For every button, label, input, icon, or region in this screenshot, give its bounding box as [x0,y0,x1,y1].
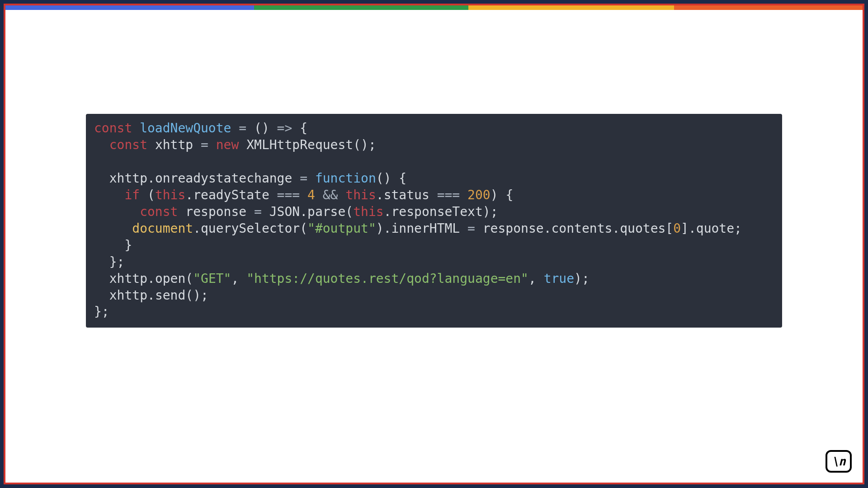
code-token: () [376,171,392,186]
code-token: if [124,188,140,202]
code-token: { [300,121,307,136]
code-token: 0 [673,221,681,236]
code-token: . [147,271,155,286]
code-token [94,204,140,219]
code-token: onreadystatechange [155,171,292,186]
code-token [94,271,109,286]
code-token [292,171,300,186]
code-token: . [300,204,307,219]
code-token [94,154,102,169]
code-token: status [384,188,429,202]
code-token [300,188,307,202]
newline-badge-icon: \n [826,450,852,473]
code-token [94,238,124,253]
code-token: . [384,221,392,236]
code-token: , [231,271,239,286]
accent-segment-blue [5,5,254,10]
code-token [429,188,437,202]
code-token: new [216,137,239,152]
code-token [178,204,185,219]
code-token: && [323,188,338,202]
code-token [94,171,109,186]
code-token: "#output" [307,221,376,236]
code-token: response [185,204,246,219]
code-token: . [612,221,620,236]
code-token: 200 [467,188,491,202]
code-token [460,221,467,236]
code-token [460,188,467,202]
code-token [315,188,323,202]
code-token: quote [696,221,734,236]
code-token: const [109,137,147,152]
code-token [94,137,109,152]
code-token: querySelector [201,221,300,236]
code-token [147,137,155,152]
code-token: }; [109,254,125,269]
code-token [391,171,399,186]
code-token: = [467,221,475,236]
code-token: = [300,171,307,186]
code-token [239,271,246,286]
code-token: . [544,221,552,236]
code-token [94,188,124,202]
code-token: ) [491,188,498,202]
code-token [208,137,216,152]
code-token: ); [574,271,590,286]
accent-segment-green [254,5,468,10]
code-token [94,221,132,236]
code-token: xhttp [109,271,147,286]
content-area: const loadNewQuote = () => { const xhttp… [5,10,863,483]
code-token: { [505,188,513,202]
code-token [94,254,109,269]
code-token: [ [665,221,673,236]
code-token [269,188,277,202]
accent-segment-yellow [468,5,674,10]
code-token: ) [262,121,269,136]
code-token: . [689,221,696,236]
code-token: === [437,188,460,202]
code-token: loadNewQuote [140,121,231,136]
code-token: this [155,188,185,202]
code-token: . [147,288,155,303]
code-token [239,137,246,152]
code-token: this [353,204,383,219]
code-token: = [254,204,262,219]
code-token: document [132,221,193,236]
code-token: parse [307,204,345,219]
code-token: } [124,238,132,253]
code-token: this [345,188,376,202]
code-token [193,137,201,152]
code-token: response [483,221,544,236]
code-token [498,188,506,202]
code-token: . [185,188,193,202]
code-token [269,121,277,136]
code-token: { [399,171,406,186]
code-token [246,121,254,136]
code-token: "GET" [193,271,231,286]
code-token: quotes [620,221,665,236]
code-token: , [528,271,536,286]
code-token [140,188,147,202]
top-accent-bar [5,5,863,10]
code-token: function [315,171,376,186]
code-token: = [201,137,208,152]
code-token: XMLHttpRequest [246,137,353,152]
code-token [94,288,109,303]
code-token: xhttp [109,171,147,186]
code-token [338,188,345,202]
code-token: responseText [392,204,483,219]
code-token: xhttp [155,137,193,152]
code-token: => [277,121,292,136]
code-token: send [155,288,185,303]
code-token: . [376,188,384,202]
code-token: 4 [307,188,315,202]
code-token: }; [94,304,109,319]
code-token: ) [376,221,384,236]
code-token: ( [147,188,155,202]
code-token [307,171,315,186]
code-token: const [140,204,178,219]
accent-segment-orange [674,5,863,10]
code-token: ] [681,221,689,236]
slide-frame: const loadNewQuote = () => { const xhttp… [4,4,864,484]
code-token: open [155,271,185,286]
